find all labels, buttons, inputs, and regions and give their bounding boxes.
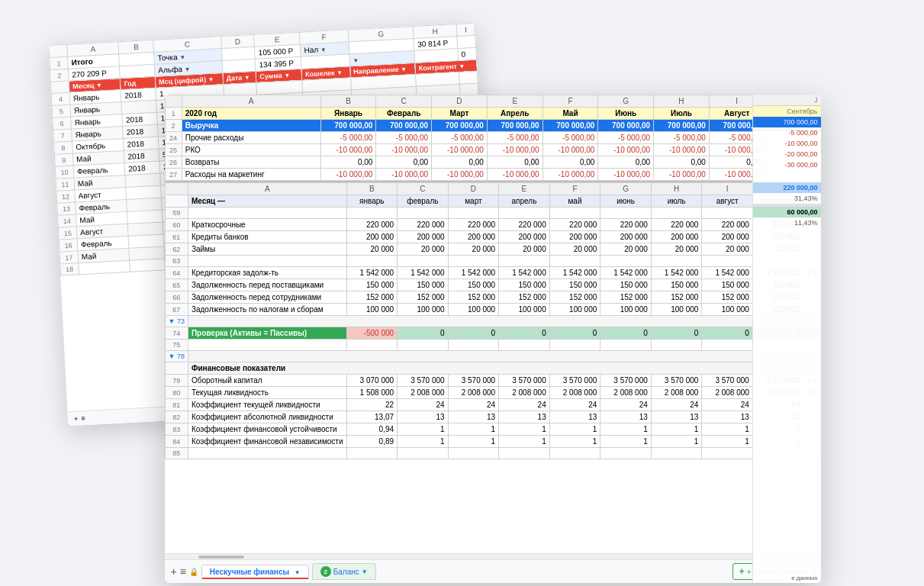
front-spreadsheet: A B C D E F G H I J — [165, 95, 821, 583]
tab-lock-icon: 🔒 — [189, 568, 198, 576]
balance-row-73-indicator: ▼ 73 — [165, 316, 820, 327]
tab-add-button[interactable]: + — [171, 565, 177, 578]
tab-balans-arrow[interactable]: ▼ — [362, 568, 368, 575]
balance-check-row: 74 Проверка (Активы = Пассивы) -500 000 … — [165, 327, 820, 340]
balance-row-78-indicator: ▼ 78 — [165, 351, 820, 362]
year-label: 2020 год — [182, 108, 320, 120]
tab-balans-number: 2 — [320, 566, 331, 577]
balance-row-59: 59 — [165, 208, 820, 219]
balance-row-61: 61 Кредиты банков 200 000200 000200 0002… — [165, 231, 820, 243]
back-tab-add[interactable]: + — [73, 415, 78, 423]
fin-row-82: 82 Коэффициент абсолютной ликвидности 13… — [165, 411, 820, 423]
balance-row-65: 65 Задолженность перед поставщиками 150 … — [165, 279, 820, 291]
balance-row-60: 60 Краткосрочные 220 000220 000220 00022… — [165, 219, 820, 231]
fin-row-81: 81 Коэффициент текущей ликвидности 22242… — [165, 399, 820, 411]
revenue-label: Выручка — [182, 120, 320, 132]
fin-row-85: 85 — [165, 448, 820, 459]
check-label: Проверка (Активы = Пассивы) — [188, 327, 346, 340]
fin-row-83: 83 Коэффициент финансовой устойчивости 0… — [165, 423, 820, 436]
expense-row-27: 27 Расходы на маркетинг -10 000,00 -10 0… — [165, 169, 820, 181]
tab-dropdown-arrow[interactable]: ▼ — [295, 569, 301, 576]
tabs-bar: + ≡ 🔒 Нескучные финансы ▼ 2 Баланс ▼ + +… — [165, 559, 821, 583]
fin-row-80: 80 Текущая ликвидность 1 508 0002 008 00… — [165, 387, 820, 399]
year-row: 1 2020 год Январь Февраль Март Апрель Ма… — [165, 108, 820, 120]
expense-row-24: 24 Прочие расходы -5 000,00 -5 000,00 -5… — [165, 132, 820, 144]
revenue-row: 2 Выручка 700 000,00 700 000,00 700 000,… — [165, 120, 820, 132]
tab-list-button[interactable]: ≡ — [180, 565, 186, 578]
tab-balans-label: Баланс — [333, 568, 359, 576]
back-tab-list[interactable]: ≡ — [80, 414, 85, 422]
fin-row-84: 84 Коэффициент финансовой независимости … — [165, 436, 820, 448]
balance-row-62: 62 Займы 20 00020 00020 00020 00020 0002… — [165, 243, 820, 256]
expense-row-25: 25 РКО -10 000,00 -10 000,00 -10 000,00 … — [165, 144, 820, 156]
balance-row-75: 75 — [165, 340, 820, 351]
balance-row-66: 66 Задолженность перед сотрудниками 152 … — [165, 291, 820, 304]
tab-balans[interactable]: 2 Баланс ▼ — [312, 563, 376, 580]
tab-neskuchnye-label: Нескучные финансы — [210, 568, 289, 576]
balance-row-67: 67 Задолженность по налогам и сборам 100… — [165, 304, 820, 316]
balance-month-row: Месяц — январь февраль март апрель май и… — [165, 195, 820, 208]
balance-row-63: 63 — [165, 256, 820, 267]
analyze-plus-icon: + — [739, 566, 745, 577]
expense-row-26: 26 Возвраты 0,00 0,00 0,00 0,00 0,00 0,0… — [165, 156, 820, 169]
balance-row-64: 64 Кредиторская задолж-ть 1 542 0001 542… — [165, 267, 820, 279]
balance-col-headers: A B C D E F G H I J — [165, 183, 820, 195]
fin-section-header: Финансовые показатели — [165, 362, 820, 375]
scene: A B C D E F G H I 1 Итого — [43, 18, 882, 568]
tab-neskuchnye[interactable]: Нескучные финансы ▼ — [201, 565, 309, 579]
front-col-headers: A B C D E F G H I J — [165, 95, 820, 108]
fin-row-79: 79 Оборотный капитал 3 070 0003 570 0003… — [165, 375, 820, 387]
